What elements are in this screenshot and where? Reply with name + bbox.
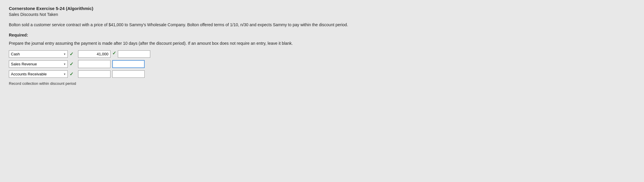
journal-entry-table: Cash Sales Revenue Accounts Receivable S… bbox=[9, 50, 635, 78]
account-select-wrapper-2: Sales Revenue Cash Accounts Receivable S… bbox=[9, 60, 73, 68]
credit-input-3[interactable] bbox=[112, 70, 145, 78]
record-note: Record collection within discount period bbox=[9, 81, 635, 86]
exercise-title: Cornerstone Exercise 5-24 (Algorithmic) bbox=[9, 6, 635, 11]
page-container: Cornerstone Exercise 5-24 (Algorithmic) … bbox=[9, 6, 635, 86]
problem-description: Bolton sold a customer service contract … bbox=[9, 21, 421, 28]
check-icon-3: ✓ bbox=[70, 71, 73, 77]
amounts-row-2 bbox=[78, 60, 145, 68]
instruction-text: Prepare the journal entry assuming the p… bbox=[9, 41, 421, 46]
check-icon-2: ✓ bbox=[70, 61, 73, 67]
amounts-row-3 bbox=[78, 70, 145, 78]
journal-row-3: Accounts Receivable Cash Sales Revenue S… bbox=[9, 70, 635, 78]
journal-row-2: Sales Revenue Cash Accounts Receivable S… bbox=[9, 60, 635, 68]
debit-input-1[interactable] bbox=[78, 50, 110, 58]
debit-input-2[interactable] bbox=[78, 60, 110, 68]
required-label: Required: bbox=[9, 33, 635, 37]
account-select-3[interactable]: Accounts Receivable Cash Sales Revenue S… bbox=[9, 70, 68, 78]
account-select-wrapper-3: Accounts Receivable Cash Sales Revenue S… bbox=[9, 70, 73, 78]
exercise-subtitle: Sales Discounts Not Taken bbox=[9, 12, 635, 17]
account-select-2[interactable]: Sales Revenue Cash Accounts Receivable S… bbox=[9, 60, 68, 68]
account-select-1[interactable]: Cash Sales Revenue Accounts Receivable S… bbox=[9, 50, 68, 58]
amounts-row-1: ✓ bbox=[78, 50, 150, 58]
debit-input-3[interactable] bbox=[78, 70, 110, 78]
account-select-wrapper-1: Cash Sales Revenue Accounts Receivable S… bbox=[9, 50, 73, 58]
account-dropdown-container-3[interactable]: Accounts Receivable Cash Sales Revenue S… bbox=[9, 70, 68, 78]
journal-row-1: Cash Sales Revenue Accounts Receivable S… bbox=[9, 50, 635, 58]
check-icon-debit-1: ✓ bbox=[112, 50, 116, 58]
account-dropdown-container-2[interactable]: Sales Revenue Cash Accounts Receivable S… bbox=[9, 60, 68, 68]
credit-input-1[interactable] bbox=[118, 50, 150, 58]
account-dropdown-container-1[interactable]: Cash Sales Revenue Accounts Receivable S… bbox=[9, 50, 68, 58]
check-icon-1: ✓ bbox=[70, 51, 73, 57]
credit-input-2[interactable] bbox=[112, 60, 145, 68]
